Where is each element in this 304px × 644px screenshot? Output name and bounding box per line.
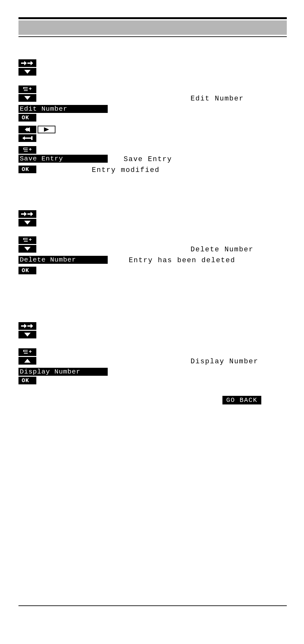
right-key-icon	[38, 126, 55, 133]
section-edit-number: Edit Number Edit Number OK	[18, 59, 287, 175]
header-grey-bar	[18, 20, 287, 35]
svg-rect-15	[24, 240, 28, 240]
section-delete-number: Delete Number Delete Number Entry has be…	[18, 210, 287, 274]
left-key-icon	[18, 126, 36, 133]
forward-key-icon	[18, 210, 36, 218]
display-text: Display Number	[191, 357, 258, 367]
svg-rect-8	[24, 148, 28, 148]
ok-key: OK	[18, 377, 36, 384]
down-key-icon	[18, 94, 36, 102]
svg-rect-19	[23, 350, 24, 352]
svg-rect-22	[24, 353, 28, 354]
menu-key-icon	[18, 236, 36, 244]
display-text: Delete Number	[191, 245, 254, 255]
backspace-key-icon	[18, 134, 36, 142]
svg-rect-12	[30, 148, 31, 151]
svg-rect-13	[23, 238, 24, 240]
ok-key: OK	[18, 114, 36, 122]
svg-rect-0	[23, 87, 24, 89]
display-text: Entry has been deleted	[129, 256, 235, 266]
menu-item-edit-number: Edit Number	[18, 105, 108, 113]
up-key-icon	[18, 357, 36, 365]
down-key-icon	[18, 219, 36, 226]
svg-rect-7	[23, 148, 24, 150]
menu-key-icon	[18, 348, 36, 356]
forward-key-icon	[18, 59, 36, 67]
svg-rect-10	[24, 151, 28, 152]
menu-item-delete-number: Delete Number	[18, 256, 108, 264]
go-back-button[interactable]: GO BACK	[222, 396, 261, 404]
forward-key-icon	[18, 322, 36, 330]
svg-rect-3	[24, 90, 28, 91]
svg-rect-21	[24, 352, 28, 352]
svg-rect-14	[24, 238, 28, 239]
svg-rect-2	[24, 89, 28, 89]
display-text: Edit Number	[191, 94, 244, 104]
ok-key: OK	[18, 267, 36, 274]
svg-rect-9	[24, 149, 28, 150]
menu-key-icon	[18, 85, 36, 93]
display-text: Entry modified	[92, 166, 160, 175]
svg-rect-16	[24, 241, 28, 242]
menu-item-display-number: Display Number	[18, 368, 108, 376]
page: Edit Number Edit Number OK	[18, 0, 287, 404]
footer-rule	[18, 605, 287, 606]
down-key-icon	[18, 331, 36, 338]
menu-key-icon	[18, 146, 36, 154]
section-display-number: Display Number Display Number OK GO BACK	[18, 322, 287, 404]
svg-rect-24	[30, 350, 31, 353]
header-black-bar	[18, 17, 287, 19]
down-key-icon	[18, 68, 36, 76]
menu-item-save-entry: Save Entry	[18, 155, 108, 163]
header-rule	[18, 36, 287, 37]
svg-rect-1	[24, 87, 28, 88]
down-key-icon	[18, 245, 36, 253]
display-text: Save Entry	[124, 155, 172, 165]
ok-key: OK	[18, 166, 36, 173]
svg-rect-6	[31, 136, 33, 140]
svg-rect-5	[30, 87, 31, 90]
svg-rect-20	[24, 350, 28, 351]
svg-rect-18	[30, 238, 31, 241]
